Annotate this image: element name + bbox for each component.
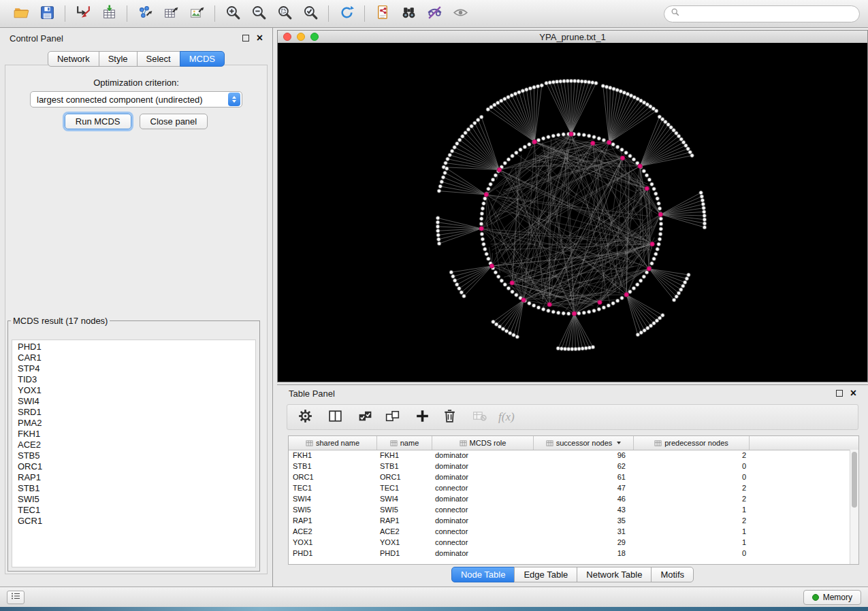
float-panel-icon[interactable] [242, 35, 249, 42]
table-row[interactable]: TEC1TEC1connector472 [289, 482, 850, 493]
import-network-button[interactable] [70, 3, 96, 24]
mcds-result-item[interactable]: STB1 [18, 483, 255, 494]
table-cell[interactable]: 0 [634, 473, 750, 481]
mcds-result-item[interactable]: TID3 [18, 374, 255, 385]
export-network-button[interactable] [132, 3, 158, 24]
table-cell[interactable]: ORC1 [289, 473, 377, 481]
table-cell[interactable]: STB1 [289, 462, 377, 470]
table-cell[interactable]: dominator [432, 473, 534, 481]
import-table-button[interactable] [96, 3, 122, 24]
close-panel-icon[interactable]: × [257, 33, 263, 44]
table-settings-button[interactable] [293, 407, 317, 427]
run-mcds-button[interactable]: Run MCDS [65, 114, 131, 129]
table-cell[interactable]: dominator [432, 462, 534, 470]
memory-button[interactable]: Memory [803, 590, 861, 605]
delete-column-button[interactable] [437, 407, 462, 427]
table-cell[interactable]: FKH1 [289, 451, 377, 459]
table-cell[interactable]: 1 [634, 506, 750, 514]
table-cell[interactable]: FKH1 [377, 451, 432, 459]
table-cell[interactable]: 2 [634, 495, 750, 503]
mcds-result-item[interactable]: TEC1 [18, 505, 255, 516]
show-columns-button[interactable] [323, 407, 347, 427]
export-image-button[interactable] [184, 3, 210, 24]
table-row[interactable]: STB1STB1dominator620 [289, 461, 850, 472]
mcds-result-item[interactable]: PMA2 [18, 418, 255, 429]
table-cell[interactable]: YOX1 [289, 538, 377, 546]
table-cell[interactable]: 2 [634, 451, 750, 459]
table-cell[interactable]: 2 [634, 516, 750, 525]
table-cell[interactable]: 31 [534, 527, 634, 535]
network-canvas[interactable] [278, 43, 867, 382]
tab-node-table[interactable]: Node Table [451, 567, 515, 582]
float-table-panel-icon[interactable] [836, 390, 843, 397]
close-table-panel-icon[interactable]: × [850, 388, 856, 399]
column-header-shared-name[interactable]: shared name [289, 436, 377, 450]
column-header-successor-nodes[interactable]: successor nodes [534, 436, 634, 450]
tab-style[interactable]: Style [99, 51, 138, 67]
export-table-button[interactable] [158, 3, 184, 24]
mcds-result-item[interactable]: GCR1 [18, 516, 255, 527]
mcds-result-item[interactable]: ORC1 [18, 461, 255, 472]
zoom-fit-button[interactable] [272, 3, 298, 24]
search-network-button[interactable] [396, 3, 421, 24]
table-cell[interactable]: 46 [534, 495, 634, 503]
table-cell[interactable]: TEC1 [289, 484, 377, 492]
function-builder-button[interactable]: f(x) [498, 410, 515, 424]
tab-network[interactable]: Network [48, 51, 99, 67]
column-header-name[interactable]: name [377, 436, 432, 450]
table-row[interactable]: FKH1FKH1dominator962 [289, 450, 850, 461]
table-cell[interactable]: dominator [432, 451, 534, 459]
search-input[interactable] [684, 8, 853, 20]
table-cell[interactable]: 47 [534, 484, 634, 492]
table-cell[interactable]: SWI5 [289, 506, 377, 514]
table-row[interactable]: ACE2ACE2connector311 [289, 526, 850, 537]
select-all-columns-button[interactable] [353, 407, 377, 427]
close-panel-button[interactable]: Close panel [140, 114, 208, 129]
open-file-button[interactable] [8, 3, 34, 24]
table-cell[interactable]: YOX1 [377, 538, 432, 546]
table-cell[interactable]: STB1 [377, 462, 432, 470]
table-cell[interactable]: SWI5 [377, 506, 432, 514]
table-cell[interactable]: connector [432, 538, 534, 546]
table-cell[interactable]: RAP1 [377, 516, 432, 525]
mcds-result-item[interactable]: PHD1 [18, 342, 255, 352]
refresh-network-button[interactable] [334, 3, 359, 24]
table-cell[interactable]: ORC1 [377, 473, 432, 481]
table-cell[interactable]: 0 [634, 549, 750, 557]
table-cell[interactable]: 18 [534, 549, 634, 557]
table-cell[interactable]: 96 [534, 451, 634, 459]
mcds-result-item[interactable]: SWI4 [18, 396, 255, 407]
table-scrollbar[interactable] [850, 450, 858, 564]
table-cell[interactable]: 35 [534, 516, 634, 525]
table-cell[interactable]: PHD1 [377, 549, 432, 557]
tab-network-table[interactable]: Network Table [577, 567, 652, 582]
mcds-result-item[interactable]: SWI5 [18, 494, 255, 505]
table-cell[interactable]: dominator [432, 516, 534, 525]
unselect-all-columns-button[interactable] [380, 407, 404, 427]
mcds-result-item[interactable]: FKH1 [18, 429, 255, 440]
tab-mcds[interactable]: MCDS [180, 51, 225, 67]
status-list-button[interactable] [7, 591, 25, 604]
table-cell[interactable]: connector [432, 506, 534, 514]
table-cell[interactable]: connector [432, 484, 534, 492]
table-cell[interactable]: dominator [432, 495, 534, 503]
save-button[interactable] [34, 3, 60, 24]
table-row[interactable]: PHD1PHD1dominator180 [289, 548, 850, 559]
scrollbar-thumb[interactable] [852, 452, 857, 508]
table-cell[interactable]: 43 [534, 506, 634, 514]
table-cell[interactable]: 61 [534, 473, 634, 481]
table-cell[interactable]: dominator [432, 549, 534, 557]
zoom-selected-button[interactable] [298, 3, 323, 24]
table-cell[interactable]: 2 [634, 484, 750, 492]
column-header-predecessor-nodes[interactable]: predecessor nodes [634, 436, 750, 450]
mcds-result-item[interactable]: SRD1 [18, 407, 255, 418]
mcds-result-item[interactable]: RAP1 [18, 472, 255, 483]
table-cell[interactable]: ACE2 [289, 527, 377, 535]
show-all-button[interactable] [447, 3, 473, 24]
table-cell[interactable]: SWI4 [377, 495, 432, 503]
column-header-mcds-role[interactable]: MCDS role [432, 436, 534, 450]
table-row[interactable]: SWI5SWI5connector431 [289, 504, 850, 515]
zoom-out-button[interactable] [246, 3, 272, 24]
clone-network-button[interactable] [370, 3, 396, 24]
table-row[interactable]: SWI4SWI4dominator462 [289, 493, 850, 504]
